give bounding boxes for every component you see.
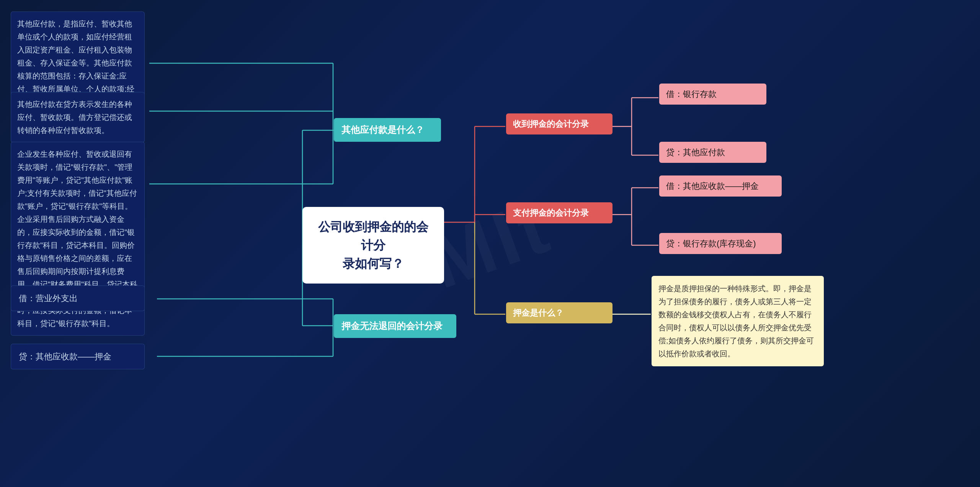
debit-sub-box: 借：营业外支出: [11, 285, 145, 311]
receive-label: 收到押金的会计分录: [506, 113, 612, 134]
main-title: 公司收到押金的的会计分 录如何写？: [316, 218, 430, 273]
receive-debit: 借：银行存款: [659, 84, 766, 105]
credit-sub-box: 贷：其他应收款——押金: [11, 344, 145, 369]
pay-debit: 借：其他应收款——押金: [659, 175, 782, 197]
receive-credit: 贷：其他应付款: [659, 142, 766, 163]
main-title-box: 公司收到押金的的会计分 录如何写？: [302, 207, 444, 284]
branch-qita-label: 其他应付款是什么？: [334, 118, 441, 142]
pay-label: 支付押金的会计分录: [506, 202, 612, 223]
branch-wufa-label: 押金无法退回的会计分录: [334, 314, 456, 338]
what-label: 押金是什么？: [506, 302, 612, 323]
pay-credit: 贷：银行存款(库存现金): [659, 233, 782, 254]
text-box-2: 其他应付款在贷方表示发生的各种应付、暂收款项。借方登记偿还或转销的各种应付暂收款…: [11, 92, 145, 143]
what-info-box: 押金是质押担保的一种特殊形式。即，押金是为了担保债务的履行，债务人或第三人将一定…: [652, 276, 824, 366]
